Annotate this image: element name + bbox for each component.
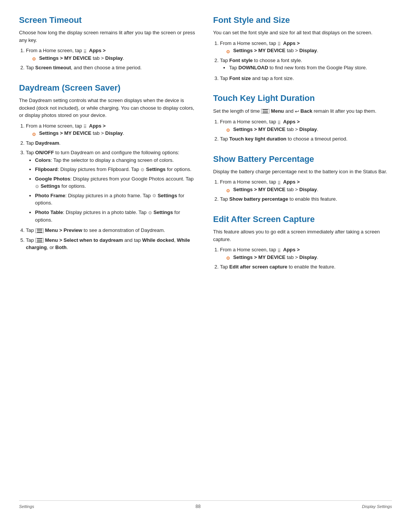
daydream-step3: Tap ON/OFF to turn Daydream on and confi… [26, 149, 198, 224]
screen-timeout-title: Screen Timeout [19, 15, 198, 25]
apps-icon-6 [277, 247, 283, 252]
svg-rect-0 [37, 229, 42, 230]
battery-steps: From a Home screen, tap Apps > Settings … [220, 178, 392, 203]
screen-timeout-steps: From a Home screen, tap Apps > Settings … [26, 47, 198, 72]
footer-page-number: 88 [196, 504, 201, 509]
menu-icon-3 [261, 109, 269, 113]
touch-key-intro: Set the length of time Menu and ↩ Back r… [213, 107, 392, 115]
font-step2: Tap Font style to choose a font style. T… [220, 57, 392, 72]
svg-rect-6 [263, 109, 268, 110]
daydream-step5: Tap Menu > Select when to daydream and t… [26, 236, 198, 251]
apps-icon-4 [277, 119, 283, 125]
svg-rect-7 [263, 111, 268, 112]
svg-rect-3 [37, 238, 42, 239]
battery-step1: From a Home screen, tap Apps > Settings … [220, 178, 392, 193]
daydream-step1: From a Home screen, tap Apps > Settings … [26, 122, 198, 137]
menu-icon-1 [35, 228, 44, 233]
daydream-option-colors: Colors: Tap the selector to display a ch… [35, 157, 198, 164]
daydream-option-phototable: Photo Table: Display pictures in a photo… [35, 209, 198, 224]
svg-rect-8 [263, 112, 268, 113]
font-steps: From a Home screen, tap Apps > Settings … [220, 40, 392, 82]
gear-icon-1: ⚙ [140, 166, 145, 173]
screen-capture-step2: Tap Edit after screen capture to enable … [220, 263, 392, 271]
screen-timeout-intro: Choose how long the display screen remai… [19, 29, 198, 44]
gear-icon-3: ⚙ [152, 192, 156, 199]
daydream-option-flipboard: Flipboard: Display pictures from Flipboa… [35, 166, 198, 173]
svg-rect-2 [37, 232, 42, 233]
daydream-step2: Tap Daydream. [26, 139, 198, 147]
font-title: Font Style and Size [213, 15, 392, 25]
settings-icon [32, 55, 37, 61]
screen-timeout-section: Screen Timeout Choose how long the displ… [19, 15, 198, 72]
battery-section: Show Battery Percentage Display the batt… [213, 154, 392, 203]
gear-icon-2: ⚙ [35, 183, 39, 190]
screen-capture-step1: From a Home screen, tap Apps > Settings … [220, 246, 392, 261]
svg-rect-4 [37, 240, 42, 241]
gear-icon-4: ⚙ [148, 209, 152, 216]
back-icon: ↩ [295, 108, 299, 115]
settings-icon-2 [32, 131, 37, 136]
right-column: Font Style and Size You can set the font… [213, 15, 392, 493]
daydream-section: Daydream (Screen Saver) The Daydream set… [19, 83, 198, 251]
battery-title: Show Battery Percentage [213, 154, 392, 164]
screen-capture-title: Edit After Screen Capture [213, 214, 392, 224]
footer-right: Display Settings [362, 504, 392, 509]
page: Screen Timeout Choose how long the displ… [0, 0, 411, 532]
font-step1: From a Home screen, tap Apps > Settings … [220, 40, 392, 54]
page-footer: Settings 88 Display Settings [19, 500, 392, 509]
apps-icon [83, 48, 89, 53]
footer-left: Settings [19, 504, 34, 509]
svg-rect-1 [37, 230, 42, 231]
menu-icon-2 [35, 238, 44, 243]
touch-key-title: Touch Key Light Duration [213, 93, 392, 103]
apps-icon-5 [277, 179, 283, 185]
daydream-intro: The Daydream setting controls what the s… [19, 97, 198, 119]
daydream-steps: From a Home screen, tap Apps > Settings … [26, 122, 198, 251]
font-step2-sub: Tap DOWNLOAD to find new fonts from the … [229, 64, 392, 72]
font-step3: Tap Font size and tap a font size. [220, 75, 392, 82]
svg-rect-5 [37, 241, 42, 242]
screen-capture-section: Edit After Screen Capture This feature a… [213, 214, 392, 271]
font-intro: You can set the font style and size for … [213, 29, 392, 37]
battery-step2: Tap Show battery percentage to enable th… [220, 195, 392, 203]
settings-icon-6 [226, 254, 231, 260]
daydream-step4: Tap Menu > Preview to see a demonstratio… [26, 227, 198, 234]
font-download-bullet: Tap DOWNLOAD to find new fonts from the … [229, 64, 392, 72]
apps-icon-2 [83, 123, 89, 128]
daydream-options: Colors: Tap the selector to display a ch… [35, 157, 198, 224]
settings-icon-5 [226, 187, 231, 192]
screen-capture-steps: From a Home screen, tap Apps > Settings … [220, 246, 392, 271]
left-column: Screen Timeout Choose how long the displ… [19, 15, 198, 493]
touch-key-step2: Tap Touch key light duration to choose a… [220, 135, 392, 143]
screen-capture-intro: This feature allows you to go edit a scr… [213, 228, 392, 243]
touch-key-step1: From a Home screen, tap Apps > Settings … [220, 118, 392, 133]
touch-key-steps: From a Home screen, tap Apps > Settings … [220, 118, 392, 143]
screen-timeout-step2: Tap Screen timeout, and then choose a ti… [26, 64, 198, 72]
touch-key-section: Touch Key Light Duration Set the length … [213, 93, 392, 142]
settings-icon-3 [226, 48, 231, 53]
settings-icon-4 [226, 126, 231, 132]
main-content: Screen Timeout Choose how long the displ… [19, 15, 392, 493]
screen-timeout-step1: From a Home screen, tap Apps > Settings … [26, 47, 198, 62]
apps-icon-3 [277, 40, 283, 46]
battery-intro: Display the battery charge percentage ne… [213, 168, 392, 176]
daydream-option-photoframe: Photo Frame: Display pictures in a photo… [35, 192, 198, 207]
font-section: Font Style and Size You can set the font… [213, 15, 392, 82]
daydream-title: Daydream (Screen Saver) [19, 83, 198, 93]
daydream-option-googlephotos: Google Photos: Display pictures from you… [35, 175, 198, 190]
